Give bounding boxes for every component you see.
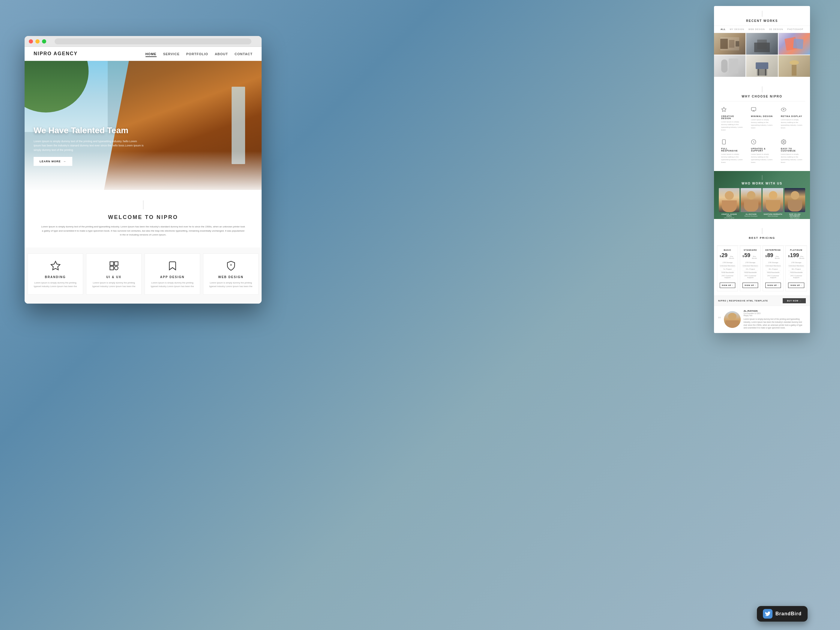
svg-point-4 — [114, 266, 118, 270]
price-dollar-basic: $ — [720, 255, 721, 258]
buy-now-button[interactable]: BUY NOW → — [783, 298, 806, 303]
service-desc-webdesign: Lorem Ipsum is simply dummy the printing… — [208, 281, 254, 288]
svg-rect-1 — [110, 262, 114, 265]
pricing-price-enterprise: $ 89 /Per Month — [765, 252, 781, 259]
svg-rect-2 — [114, 262, 118, 265]
why-feature-retina: RETINA DISPLAY Lorem Ipsum is simply dum… — [778, 104, 805, 134]
brandbird-text: BrandBird — [775, 611, 802, 616]
feature-plat-1: 1TB Storage — [788, 261, 804, 264]
plan-name-enterprise: ENTERPRISE — [765, 249, 781, 251]
maximize-btn[interactable] — [42, 39, 46, 44]
feature-std-5: 24/7 Customer Support — [742, 274, 758, 279]
services-section: BRANDING Lorem Ipsum is simply dummy the… — [25, 248, 262, 303]
work-item-6[interactable] — [778, 55, 810, 77]
team-member-name-1: ASHIFUL HAQUE PAPU — [719, 213, 739, 217]
svg-point-9 — [783, 109, 784, 110]
nav-portfolio[interactable]: PORTFOLIO — [186, 52, 208, 56]
pricing-features-enterprise: 1TB Storage Unlimited Members 40+ Projec… — [765, 261, 781, 279]
why-features: CREATIVE DESIGN Lorem Ipsum is simply du… — [719, 104, 805, 166]
testimonial-photo — [724, 311, 741, 328]
nav-home[interactable]: HOME — [145, 52, 156, 57]
close-btn[interactable] — [29, 39, 33, 44]
pricing-card-platinum: PLATINUM $ 199 /Per Month 1TB Storage Un… — [785, 246, 807, 291]
address-bar[interactable] — [55, 38, 251, 44]
site-nav: NIPRO AGENCY HOME SERVICE PORTFOLIO ABOU… — [25, 47, 262, 61]
work-item-2[interactable] — [746, 33, 778, 55]
team-photo-2 — [741, 188, 761, 212]
signup-btn-basic[interactable]: SIGN UP ↑ — [720, 283, 735, 288]
why-feature-support: UPDATES & SUPPORT Lorem Ipsum is simply … — [748, 137, 775, 166]
hero-cta-button[interactable]: LEARN MORE → — [33, 157, 72, 166]
filter-3ddesign[interactable]: 3D DESIGN — [769, 28, 783, 30]
uiux-icon — [108, 260, 120, 272]
work-item-1[interactable] — [714, 33, 745, 55]
minimal-design-title: MINIMAL DESIGN — [751, 115, 773, 117]
svg-point-13 — [783, 141, 784, 143]
works-grid — [714, 33, 810, 77]
team-photo-4 — [785, 188, 805, 212]
recent-works-header: RECENT WORKS — [714, 6, 810, 26]
signup-btn-platinum[interactable]: SIGN UP ↑ — [788, 283, 804, 288]
updates-support-desc: Lorem Ipsum is simply dummy walking to t… — [751, 153, 773, 164]
welcome-section: WELCOME TO NIPRO Lorem Ipsum is simply d… — [25, 190, 262, 248]
testimonial-content: AL-RAYHAN Co-Founder & CEOReply Yan Lore… — [744, 309, 806, 329]
easy-customize-title: EASY TO CUSTOMIZE — [781, 148, 803, 152]
recent-works-title: RECENT WORKS — [714, 19, 810, 22]
testimonial-section: " AL-RAYHAN Co-Founder & CEOReply Yan Lo… — [714, 306, 810, 333]
team-member-1: ASHIFUL HAQUE PAPU UI/UX Designer — [719, 188, 739, 219]
testimonial-text: Lorem Ipsum is simply dummy text of the … — [744, 318, 806, 329]
feature-basic-5: 24/7 Customer Support — [720, 274, 735, 279]
appdesign-icon — [166, 260, 178, 272]
why-section: WHY CHOOSE NIPRO CREATIVE DESIGN Lorem I… — [714, 77, 810, 171]
service-card-branding: BRANDING Lorem Ipsum is simply dummy the… — [28, 254, 83, 295]
team-title-area: WHO WORK WITH US — [719, 175, 805, 185]
filter-webdesign[interactable]: WEB DESIGN — [748, 28, 765, 30]
work-item-5[interactable] — [746, 55, 778, 77]
work-item-4[interactable] — [714, 55, 745, 77]
nav-contact[interactable]: CONTACT — [235, 52, 253, 56]
team-member-name-4: SAIF ULLAH PATOWARY — [785, 213, 805, 217]
team-photo-3 — [763, 188, 783, 212]
testimonial-role: Co-Founder & CEOReply Yan — [744, 312, 806, 316]
why-feature-creative: CREATIVE DESIGN Lorem Ipsum is simply du… — [719, 104, 745, 134]
service-card-appdesign: APP DESIGN Lorem Ipsum is simply dummy t… — [145, 254, 200, 295]
pricing-price-platinum: $ 199 /Per Month — [788, 252, 804, 259]
signup-btn-enterprise[interactable]: SIGN UP ↑ — [765, 283, 781, 288]
team-photo-1 — [719, 188, 739, 212]
team-member-role-4: Web Designer — [785, 217, 805, 219]
pricing-card-basic: BASIC $ 29 /Per Month 1TB Storage Unlimi… — [717, 246, 738, 291]
team-member-4: SAIF ULLAH PATOWARY Web Designer — [785, 188, 805, 219]
filter-photoshop[interactable]: PHOTOSHOP — [787, 28, 804, 30]
feature-plat-3: 90+ Project — [788, 268, 804, 271]
hero-title: We Have Talented Team — [33, 125, 145, 136]
why-title: WHY CHOOSE NIPRO — [719, 95, 805, 98]
nav-about[interactable]: ABOUT — [215, 52, 228, 56]
creative-design-icon — [721, 107, 743, 114]
price-period-standard: /Per Month — [751, 256, 758, 259]
plan-name-basic: BASIC — [720, 249, 735, 251]
signup-btn-standard[interactable]: SIGN UP ↑ — [742, 283, 758, 288]
feature-basic-2: Unlimited Members — [720, 264, 735, 268]
brandbird-badge[interactable]: BrandBird — [757, 606, 808, 622]
minimize-btn[interactable] — [35, 39, 39, 44]
brandbird-icon — [763, 609, 772, 619]
service-card-webdesign: WEB DESIGN Lorem Ipsum is simply dummy t… — [203, 254, 259, 295]
pricing-features-basic: 1TB Storage Unlimited Members 5+ Project… — [720, 261, 735, 279]
team-member-3: SANTUSH DEBNATH Web Developer — [763, 188, 783, 219]
service-title-webdesign: WEB DESIGN — [208, 275, 254, 279]
filter-mydesign[interactable]: MY DESIGN — [730, 28, 744, 30]
pricing-section: BEST PRICING BASIC $ 29 /Per Month 1TB S… — [714, 219, 810, 295]
creative-design-desc: Lorem Ipsum is simply dummy walking to t… — [721, 121, 743, 131]
feature-ent-1: 1TB Storage — [765, 261, 781, 264]
feature-std-2: Unlimited Members — [742, 264, 758, 268]
work-item-3[interactable] — [778, 33, 810, 55]
nav-service[interactable]: SERVICE — [163, 52, 180, 56]
pricing-price-standard: $ 59 /Per Month — [742, 252, 758, 259]
feature-ent-3: 40+ Project — [765, 268, 781, 271]
price-period-platinum: /Per Month — [799, 256, 804, 259]
retina-display-title: RETINA DISPLAY — [781, 115, 803, 117]
full-responsive-desc: Lorem Ipsum is simply dummy walking to t… — [721, 153, 743, 164]
team-overlay: WHO WORK WITH US ASHIFUL HAQUE PAPU UI/U… — [714, 171, 810, 219]
team-section: WHO WORK WITH US ASHIFUL HAQUE PAPU UI/U… — [714, 171, 810, 219]
filter-all[interactable]: ALL — [721, 28, 726, 30]
